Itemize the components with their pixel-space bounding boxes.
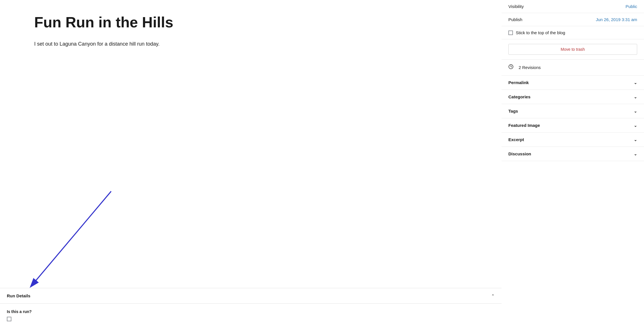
revisions-label: 2 Revisions [516, 65, 637, 70]
permalink-chevron-icon: ⌄ [634, 80, 637, 85]
visibility-label: Visibility [508, 4, 524, 9]
is-run-label: Is this a run? [7, 309, 495, 314]
discussion-accordion[interactable]: Discussion ⌄ [502, 147, 644, 161]
sticky-row: Stick to the top of the blog [502, 26, 644, 39]
tags-accordion[interactable]: Tags ⌄ [502, 104, 644, 118]
move-to-trash-button[interactable]: Move to trash [508, 44, 637, 55]
tags-label: Tags [508, 109, 518, 113]
featured-image-accordion[interactable]: Featured Image ⌄ [502, 118, 644, 133]
trash-row: Move to trash [502, 39, 644, 60]
content-wrapper: Fun Run in the Hills I set out to Laguna… [0, 0, 502, 327]
featured-image-chevron-icon: ⌄ [634, 123, 637, 128]
revisions-row[interactable]: 2 Revisions [502, 60, 644, 76]
revisions-clock-icon [508, 64, 513, 71]
run-details-chevron-icon: ⌃ [491, 294, 495, 298]
excerpt-chevron-icon: ⌄ [634, 137, 637, 142]
discussion-chevron-icon: ⌄ [634, 152, 637, 156]
page-wrapper: Fun Run in the Hills I set out to Laguna… [0, 0, 644, 327]
post-body[interactable]: I set out to Laguna Canyon for a distanc… [34, 40, 479, 48]
categories-accordion[interactable]: Categories ⌄ [502, 90, 644, 104]
visibility-row: Visibility Public [502, 0, 644, 13]
run-details-header[interactable]: Run Details ⌃ [0, 288, 502, 304]
is-run-checkbox[interactable] [7, 317, 11, 321]
run-details-panel: Run Details ⌃ Is this a run? [0, 288, 502, 327]
post-title[interactable]: Fun Run in the Hills [34, 14, 479, 31]
is-run-checkbox-row [7, 317, 495, 321]
sticky-checkbox[interactable] [508, 31, 513, 35]
run-details-body: Is this a run? [0, 304, 502, 327]
featured-image-label: Featured Image [508, 123, 540, 128]
visibility-value[interactable]: Public [625, 4, 637, 9]
editor-area: Fun Run in the Hills I set out to Laguna… [0, 0, 502, 288]
excerpt-accordion[interactable]: Excerpt ⌄ [502, 133, 644, 147]
tags-chevron-icon: ⌄ [634, 109, 637, 113]
excerpt-label: Excerpt [508, 137, 524, 142]
discussion-label: Discussion [508, 151, 531, 156]
permalink-label: Permalink [508, 80, 529, 85]
permalink-accordion[interactable]: Permalink ⌄ [502, 76, 644, 90]
categories-chevron-icon: ⌄ [634, 95, 637, 99]
publish-value[interactable]: Jun 26, 2019 3:31 am [596, 17, 637, 22]
publish-label: Publish [508, 17, 522, 22]
publish-row: Publish Jun 26, 2019 3:31 am [502, 13, 644, 26]
run-details-title: Run Details [7, 293, 30, 298]
sidebar: Visibility Public Publish Jun 26, 2019 3… [502, 0, 644, 327]
categories-label: Categories [508, 94, 531, 99]
sticky-label: Stick to the top of the blog [516, 30, 565, 35]
